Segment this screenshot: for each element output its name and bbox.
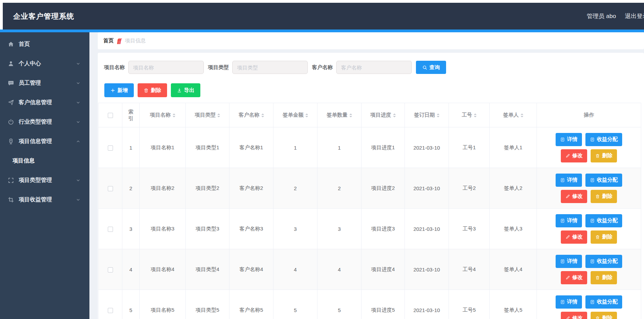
search-icon xyxy=(422,65,427,70)
sidebar-item-6[interactable]: 项目信息管理 xyxy=(0,132,89,151)
row-checkbox-cell xyxy=(98,290,122,319)
row-action-删除-button[interactable]: 删除 xyxy=(591,271,617,284)
row-checkbox[interactable] xyxy=(108,308,113,313)
column-header-3[interactable]: 项目类型 xyxy=(186,103,229,127)
filter-label-2: 项目类型 xyxy=(208,64,229,71)
cell-customer_name: 客户名称1 xyxy=(229,127,273,168)
row-action-修改-button[interactable]: 修改 xyxy=(561,149,587,162)
row-action-删除-button[interactable]: 删除 xyxy=(591,230,617,244)
sort-carets-icon[interactable] xyxy=(261,114,264,117)
sidebar-item-label: 项目类型管理 xyxy=(19,177,52,184)
row-action-详情-button[interactable]: 详情 xyxy=(556,174,582,187)
column-header-2[interactable]: 项目名称 xyxy=(140,103,186,127)
row-action-删除-button[interactable]: 删除 xyxy=(591,190,617,203)
sidebar-item-2[interactable]: 个人中心 xyxy=(0,54,89,73)
cell-sign_amount: 3 xyxy=(273,209,317,249)
doc-icon xyxy=(590,178,595,183)
row-action-收益分配-button[interactable]: 收益分配 xyxy=(585,255,622,268)
cell-project_progress: 项目进度5 xyxy=(362,290,405,319)
row-action-修改-button[interactable]: 修改 xyxy=(561,271,587,284)
row-action-删除-button[interactable]: 删除 xyxy=(591,149,617,162)
crop-icon xyxy=(8,196,14,203)
column-header-label: 操作 xyxy=(584,112,594,118)
trash-icon xyxy=(595,316,600,319)
doc-icon xyxy=(560,137,565,142)
sidebar-item-5[interactable]: 行业类型管理 xyxy=(0,112,89,132)
doc-icon xyxy=(560,218,565,223)
column-header-9[interactable]: 工号 xyxy=(449,103,490,127)
main-area: 首页 fff 项目信息 项目名称项目类型客户名称 查询 新增 删除 导出 xyxy=(89,32,644,319)
sort-carets-icon[interactable] xyxy=(393,114,396,117)
delete-button[interactable]: 删除 xyxy=(138,83,167,97)
row-action-修改-button[interactable]: 修改 xyxy=(561,230,587,244)
navbar-user-area: 管理员 abo 退出登录 xyxy=(587,3,644,30)
row-checkbox[interactable] xyxy=(108,145,113,151)
row-action-修改-button[interactable]: 修改 xyxy=(561,312,587,319)
column-header-8[interactable]: 签订日期 xyxy=(405,103,449,127)
table-row: 1项目名称1项目类型1客户名称111项目进度12021-03-10工号1签单人1… xyxy=(98,127,641,168)
chat-icon xyxy=(8,80,14,86)
action-label: 删除 xyxy=(602,152,612,159)
top-navbar: 企业客户管理系统 管理员 abo 退出登录 xyxy=(3,3,644,30)
pencil-icon xyxy=(565,275,570,280)
cell-sign_date: 2021-03-10 xyxy=(405,209,449,249)
row-checkbox-cell xyxy=(98,127,122,168)
logout-link[interactable]: 退出登录 xyxy=(625,12,644,20)
chevron-down-icon xyxy=(76,198,80,202)
sidebar-subitem-项目信息[interactable]: 项目信息 xyxy=(0,151,89,170)
sidebar-item-3[interactable]: 员工管理 xyxy=(0,73,89,93)
doc-icon xyxy=(590,137,595,142)
row-checkbox[interactable] xyxy=(108,227,113,232)
filter-label-3: 客户名称 xyxy=(312,64,333,71)
add-button[interactable]: 新增 xyxy=(104,83,134,97)
row-checkbox[interactable] xyxy=(108,186,113,191)
action-line-1: 详情收益分配 xyxy=(537,133,641,146)
column-header-7[interactable]: 项目进度 xyxy=(362,103,405,127)
table-row: 4项目名称4项目类型4客户名称444项目进度42021-03-10工号4签单人4… xyxy=(98,249,641,290)
cell-project_name: 项目名称1 xyxy=(140,127,186,168)
plus-icon xyxy=(110,88,115,93)
row-action-收益分配-button[interactable]: 收益分配 xyxy=(585,295,622,309)
sort-carets-icon[interactable] xyxy=(437,114,440,117)
row-checkbox[interactable] xyxy=(108,267,113,272)
sort-carets-icon[interactable] xyxy=(349,114,352,117)
sidebar-item-4[interactable]: 客户信息管理 xyxy=(0,93,89,112)
chevron-down-icon xyxy=(76,61,80,66)
cell-actions: 详情收益分配修改删除 xyxy=(537,209,641,249)
sidebar-item-8[interactable]: 项目收益管理 xyxy=(0,190,89,209)
sort-carets-icon[interactable] xyxy=(217,114,220,117)
chevron-down-icon xyxy=(76,100,80,105)
action-label: 删除 xyxy=(602,234,612,240)
sort-carets-icon[interactable] xyxy=(173,114,175,117)
row-action-收益分配-button[interactable]: 收益分配 xyxy=(585,174,622,187)
column-header-4[interactable]: 客户名称 xyxy=(229,103,273,127)
sidebar-item-7[interactable]: 项目类型管理 xyxy=(0,170,89,190)
row-action-收益分配-button[interactable]: 收益分配 xyxy=(585,214,622,227)
column-header-10[interactable]: 签单人 xyxy=(490,103,537,127)
row-action-修改-button[interactable]: 修改 xyxy=(561,190,587,203)
row-action-详情-button[interactable]: 详情 xyxy=(556,255,582,268)
cell-signer: 签单人1 xyxy=(490,127,537,168)
export-button[interactable]: 导出 xyxy=(171,83,200,97)
breadcrumb-home-link[interactable]: 首页 xyxy=(103,37,114,44)
sort-carets-icon[interactable] xyxy=(474,114,477,117)
filter-input-3[interactable] xyxy=(336,61,412,74)
row-action-收益分配-button[interactable]: 收益分配 xyxy=(585,133,622,146)
sort-carets-icon[interactable] xyxy=(521,114,523,117)
doc-icon xyxy=(560,178,565,183)
column-header-6[interactable]: 签单数量 xyxy=(317,103,362,127)
column-header-5[interactable]: 签单金额 xyxy=(273,103,317,127)
filter-input-1[interactable] xyxy=(128,61,204,74)
sidebar-item-1[interactable]: 首页 xyxy=(0,34,89,54)
row-action-详情-button[interactable]: 详情 xyxy=(556,214,582,227)
doc-icon xyxy=(560,259,565,264)
table-row: 3项目名称3项目类型3客户名称333项目进度32021-03-10工号3签单人3… xyxy=(98,209,641,249)
sort-carets-icon[interactable] xyxy=(305,114,308,117)
row-action-详情-button[interactable]: 详情 xyxy=(556,295,582,309)
row-action-删除-button[interactable]: 删除 xyxy=(591,312,617,319)
cell-project_type: 项目类型1 xyxy=(186,127,229,168)
select-all-checkbox[interactable] xyxy=(108,113,113,118)
filter-input-2[interactable] xyxy=(232,61,308,74)
row-action-详情-button[interactable]: 详情 xyxy=(556,133,582,146)
query-button[interactable]: 查询 xyxy=(416,61,446,74)
